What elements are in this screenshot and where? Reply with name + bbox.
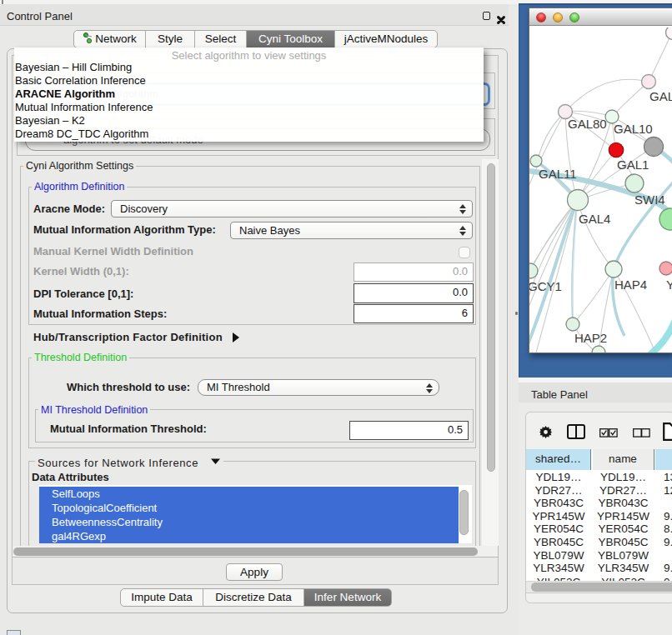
svg-text:SWI4: SWI4	[634, 192, 665, 207]
svg-text:GCY1: GCY1	[529, 279, 562, 293]
svg-text:Y: Y	[666, 278, 672, 292]
svg-text:GAL4: GAL4	[579, 212, 610, 226]
svg-text:GAL10: GAL10	[614, 122, 653, 136]
svg-text:GAL80: GAL80	[568, 117, 607, 131]
svg-text:GAL1: GAL1	[617, 158, 649, 172]
svg-text:HAP4: HAP4	[614, 278, 647, 292]
svg-text:GAL11: GAL11	[539, 167, 577, 181]
svg-text:GAL7: GAL7	[649, 89, 672, 103]
svg-text:HAP2: HAP2	[574, 331, 607, 345]
